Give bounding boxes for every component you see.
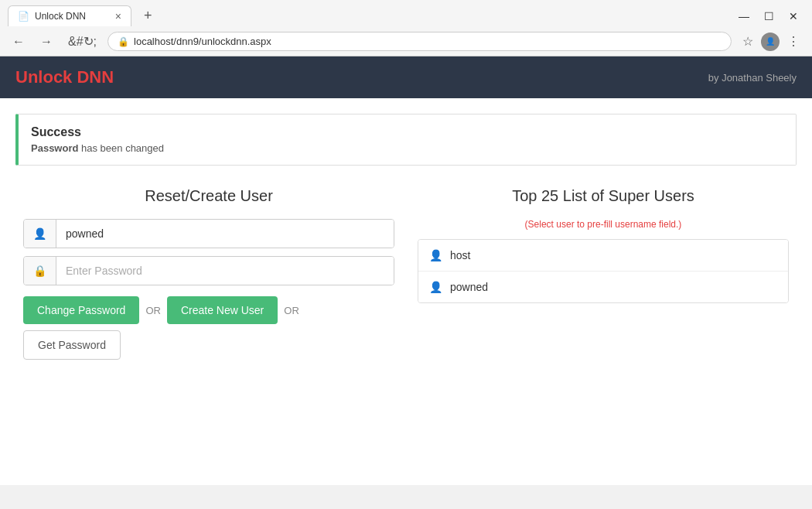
or-label-2: OR [284,305,299,316]
right-section: Top 25 List of Super Users (Select user … [418,187,789,360]
or-label-1: OR [145,305,161,316]
success-title: Success [31,125,783,139]
new-tab-button[interactable]: + [138,5,159,27]
app-title: Unlock DNN [15,67,114,87]
avatar-image: 👤 [766,37,775,46]
window-controls: — ☐ ✕ [733,5,804,27]
user-item-powned[interactable]: 👤 powned [418,272,788,302]
address-bar-input-wrap[interactable]: 🔒 [107,32,732,51]
lock-field-icon: 🔒 [24,257,56,285]
success-message: Password has been changed [31,142,783,154]
app-title-text: Unlock DNN [15,67,114,87]
user-item-name-powned: powned [450,281,488,293]
close-button[interactable]: ✕ [783,5,804,27]
browser-chrome: 📄 Unlock DNN × + — ☐ ✕ ← → &#↻; 🔒 ☆ 👤 ⋮ [0,0,812,56]
main-sections: Reset/Create User 👤 🔒 Change Password OR… [15,187,797,360]
change-password-button[interactable]: Change Password [23,296,139,324]
tab-close-button[interactable]: × [115,10,121,22]
success-banner: Success Password has been changed [15,114,797,166]
refresh-button[interactable]: &#↻; [63,32,101,50]
user-item-name-host: host [450,249,470,261]
page-content: Success Password has been changed Reset/… [0,98,812,485]
address-bar: ← → &#↻; 🔒 ☆ 👤 ⋮ [0,27,812,56]
right-section-subtitle: (Select user to pre-fill username field.… [418,219,789,230]
lock-icon: 🔒 [118,36,129,47]
app-header: Unlock DNN by Jonathan Sheely [0,56,812,98]
left-section: Reset/Create User 👤 🔒 Change Password OR… [23,187,394,360]
browser-tab[interactable]: 📄 Unlock DNN × [8,5,131,26]
toolbar-actions: ☆ 👤 ⋮ [738,32,804,51]
user-icon: 👤 [24,220,56,248]
subtitle-pre: (Select user to [525,219,588,230]
right-section-title: Top 25 List of Super Users [418,187,789,205]
left-section-title: Reset/Create User [23,187,394,205]
super-users-list: 👤 host 👤 powned [418,239,789,303]
subtitle-post: .) [676,219,681,230]
app-title-highlight: D [77,67,89,87]
address-input[interactable] [134,36,722,47]
subtitle-highlight: pre-fill username field [587,219,676,230]
title-bar: 📄 Unlock DNN × + — ☐ ✕ [0,0,812,27]
password-input[interactable] [56,257,394,285]
user-item-icon-powned: 👤 [429,281,442,293]
tab-title: Unlock DNN [35,11,86,22]
create-user-button[interactable]: Create New User [167,296,278,324]
username-input[interactable] [56,220,394,248]
actions-row: Change Password OR Create New User OR Ge… [23,296,394,360]
maximize-button[interactable]: ☐ [758,5,780,27]
profile-avatar[interactable]: 👤 [761,32,780,51]
back-button[interactable]: ← [8,33,29,50]
get-password-button[interactable]: Get Password [23,330,121,360]
forward-button[interactable]: → [36,33,57,50]
success-message-bold: Password [31,142,78,154]
minimize-button[interactable]: — [733,5,755,27]
user-item-icon-host: 👤 [429,249,442,261]
tab-page-icon: 📄 [18,11,29,22]
username-input-group: 👤 [23,219,394,248]
app-author: by Jonathan Sheely [708,72,797,84]
menu-button[interactable]: ⋮ [783,32,804,51]
password-input-group: 🔒 [23,256,394,285]
user-item-host[interactable]: 👤 host [418,240,788,272]
star-button[interactable]: ☆ [738,32,758,51]
